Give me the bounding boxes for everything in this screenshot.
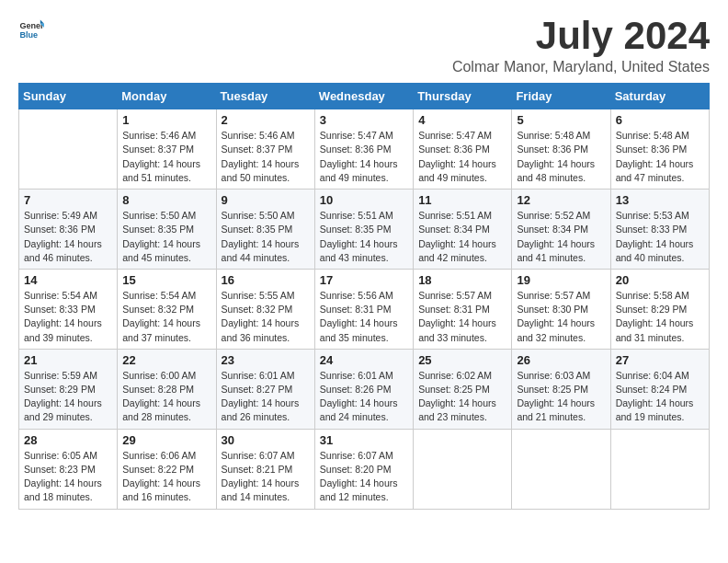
day-info: Sunrise: 5:54 AM Sunset: 8:32 PM Dayligh… [122, 289, 210, 345]
day-number: 30 [222, 433, 310, 447]
day-number: 31 [320, 433, 408, 447]
day-info: Sunrise: 5:47 AM Sunset: 8:36 PM Dayligh… [320, 129, 408, 185]
day-number: 25 [418, 353, 506, 367]
day-number: 23 [222, 353, 310, 367]
calendar-cell: 19Sunrise: 5:57 AM Sunset: 8:30 PM Dayli… [512, 269, 610, 349]
day-info: Sunrise: 5:50 AM Sunset: 8:35 PM Dayligh… [222, 209, 310, 265]
day-info: Sunrise: 6:07 AM Sunset: 8:21 PM Dayligh… [222, 449, 310, 505]
weekday-header-cell: Saturday [610, 84, 709, 109]
day-info: Sunrise: 6:07 AM Sunset: 8:20 PM Dayligh… [320, 449, 408, 505]
calendar-cell [610, 429, 709, 509]
day-info: Sunrise: 5:50 AM Sunset: 8:35 PM Dayligh… [122, 209, 210, 265]
calendar-cell: 9Sunrise: 5:50 AM Sunset: 8:35 PM Daylig… [216, 190, 314, 270]
title-area: July 2024 Colmar Manor, Maryland, United… [452, 15, 710, 75]
day-info: Sunrise: 5:54 AM Sunset: 8:33 PM Dayligh… [24, 289, 112, 345]
calendar-cell: 21Sunrise: 5:59 AM Sunset: 8:29 PM Dayli… [19, 349, 118, 429]
calendar-cell: 1Sunrise: 5:46 AM Sunset: 8:37 PM Daylig… [118, 109, 216, 190]
day-number: 4 [418, 113, 506, 127]
day-number: 19 [517, 273, 605, 287]
day-info: Sunrise: 5:56 AM Sunset: 8:31 PM Dayligh… [320, 289, 408, 345]
day-info: Sunrise: 5:59 AM Sunset: 8:29 PM Dayligh… [24, 369, 112, 425]
calendar-cell: 29Sunrise: 6:06 AM Sunset: 8:22 PM Dayli… [118, 429, 216, 509]
calendar-week-row: 7Sunrise: 5:49 AM Sunset: 8:36 PM Daylig… [19, 190, 710, 270]
calendar-cell [512, 429, 610, 509]
day-number: 12 [517, 193, 605, 207]
day-info: Sunrise: 5:46 AM Sunset: 8:37 PM Dayligh… [222, 129, 310, 185]
calendar-cell: 15Sunrise: 5:54 AM Sunset: 8:32 PM Dayli… [118, 269, 216, 349]
weekday-header-cell: Wednesday [314, 84, 413, 109]
weekday-header-row: SundayMondayTuesdayWednesdayThursdayFrid… [19, 84, 710, 109]
calendar-cell: 11Sunrise: 5:51 AM Sunset: 8:34 PM Dayli… [414, 190, 512, 270]
day-info: Sunrise: 6:01 AM Sunset: 8:27 PM Dayligh… [222, 369, 310, 425]
calendar-cell: 10Sunrise: 5:51 AM Sunset: 8:35 PM Dayli… [314, 190, 413, 270]
calendar-cell: 26Sunrise: 6:03 AM Sunset: 8:25 PM Dayli… [512, 349, 610, 429]
day-info: Sunrise: 5:48 AM Sunset: 8:36 PM Dayligh… [616, 129, 704, 185]
day-info: Sunrise: 6:03 AM Sunset: 8:25 PM Dayligh… [517, 369, 605, 425]
day-number: 11 [418, 193, 506, 207]
day-number: 17 [320, 273, 408, 287]
day-number: 29 [122, 433, 210, 447]
day-number: 5 [517, 113, 605, 127]
day-number: 16 [222, 273, 310, 287]
calendar-cell: 3Sunrise: 5:47 AM Sunset: 8:36 PM Daylig… [314, 109, 413, 190]
calendar-cell: 14Sunrise: 5:54 AM Sunset: 8:33 PM Dayli… [19, 269, 118, 349]
calendar-cell: 17Sunrise: 5:56 AM Sunset: 8:31 PM Dayli… [314, 269, 413, 349]
calendar-cell [414, 429, 512, 509]
calendar-week-row: 14Sunrise: 5:54 AM Sunset: 8:33 PM Dayli… [19, 269, 710, 349]
day-number: 1 [122, 113, 210, 127]
calendar-cell: 31Sunrise: 6:07 AM Sunset: 8:20 PM Dayli… [314, 429, 413, 509]
calendar-cell: 24Sunrise: 6:01 AM Sunset: 8:26 PM Dayli… [314, 349, 413, 429]
day-info: Sunrise: 5:51 AM Sunset: 8:35 PM Dayligh… [320, 209, 408, 265]
calendar-body: 1Sunrise: 5:46 AM Sunset: 8:37 PM Daylig… [19, 109, 710, 509]
day-info: Sunrise: 5:52 AM Sunset: 8:34 PM Dayligh… [517, 209, 605, 265]
calendar-cell: 6Sunrise: 5:48 AM Sunset: 8:36 PM Daylig… [610, 109, 709, 190]
calendar-cell: 22Sunrise: 6:00 AM Sunset: 8:28 PM Dayli… [118, 349, 216, 429]
day-number: 20 [616, 273, 704, 287]
calendar-cell: 28Sunrise: 6:05 AM Sunset: 8:23 PM Dayli… [19, 429, 118, 509]
calendar-cell: 5Sunrise: 5:48 AM Sunset: 8:36 PM Daylig… [512, 109, 610, 190]
calendar-cell: 12Sunrise: 5:52 AM Sunset: 8:34 PM Dayli… [512, 190, 610, 270]
day-info: Sunrise: 6:02 AM Sunset: 8:25 PM Dayligh… [418, 369, 506, 425]
logo-icon: General Blue [18, 15, 44, 40]
calendar-cell: 4Sunrise: 5:47 AM Sunset: 8:36 PM Daylig… [414, 109, 512, 190]
calendar-cell: 20Sunrise: 5:58 AM Sunset: 8:29 PM Dayli… [610, 269, 709, 349]
calendar-cell: 16Sunrise: 5:55 AM Sunset: 8:32 PM Dayli… [216, 269, 314, 349]
day-number: 9 [222, 193, 310, 207]
calendar-cell: 2Sunrise: 5:46 AM Sunset: 8:37 PM Daylig… [216, 109, 314, 190]
weekday-header-cell: Sunday [19, 84, 118, 109]
calendar-week-row: 28Sunrise: 6:05 AM Sunset: 8:23 PM Dayli… [19, 429, 710, 509]
calendar-cell: 7Sunrise: 5:49 AM Sunset: 8:36 PM Daylig… [19, 190, 118, 270]
weekday-header-cell: Monday [118, 84, 216, 109]
day-number: 24 [320, 353, 408, 367]
day-number: 6 [616, 113, 704, 127]
calendar-week-row: 1Sunrise: 5:46 AM Sunset: 8:37 PM Daylig… [19, 109, 710, 190]
day-info: Sunrise: 5:48 AM Sunset: 8:36 PM Dayligh… [517, 129, 605, 185]
day-number: 26 [517, 353, 605, 367]
calendar-cell: 23Sunrise: 6:01 AM Sunset: 8:27 PM Dayli… [216, 349, 314, 429]
day-number: 21 [24, 353, 112, 367]
day-number: 22 [122, 353, 210, 367]
weekday-header-cell: Friday [512, 84, 610, 109]
day-number: 3 [320, 113, 408, 127]
day-info: Sunrise: 5:46 AM Sunset: 8:37 PM Dayligh… [122, 129, 210, 185]
day-number: 28 [24, 433, 112, 447]
calendar-cell: 18Sunrise: 5:57 AM Sunset: 8:31 PM Dayli… [414, 269, 512, 349]
day-info: Sunrise: 6:05 AM Sunset: 8:23 PM Dayligh… [24, 449, 112, 505]
day-info: Sunrise: 5:53 AM Sunset: 8:33 PM Dayligh… [616, 209, 704, 265]
day-number: 13 [616, 193, 704, 207]
day-number: 10 [320, 193, 408, 207]
day-number: 27 [616, 353, 704, 367]
location-title: Colmar Manor, Maryland, United States [452, 59, 710, 75]
calendar-week-row: 21Sunrise: 5:59 AM Sunset: 8:29 PM Dayli… [19, 349, 710, 429]
day-number: 8 [122, 193, 210, 207]
day-number: 7 [24, 193, 112, 207]
day-number: 14 [24, 273, 112, 287]
day-info: Sunrise: 6:01 AM Sunset: 8:26 PM Dayligh… [320, 369, 408, 425]
day-info: Sunrise: 5:57 AM Sunset: 8:30 PM Dayligh… [517, 289, 605, 345]
day-info: Sunrise: 6:06 AM Sunset: 8:22 PM Dayligh… [122, 449, 210, 505]
day-info: Sunrise: 5:51 AM Sunset: 8:34 PM Dayligh… [418, 209, 506, 265]
calendar-cell [19, 109, 118, 190]
header: General Blue July 2024 Colmar Manor, Mar… [18, 15, 710, 75]
calendar-cell: 8Sunrise: 5:50 AM Sunset: 8:35 PM Daylig… [118, 190, 216, 270]
day-number: 18 [418, 273, 506, 287]
